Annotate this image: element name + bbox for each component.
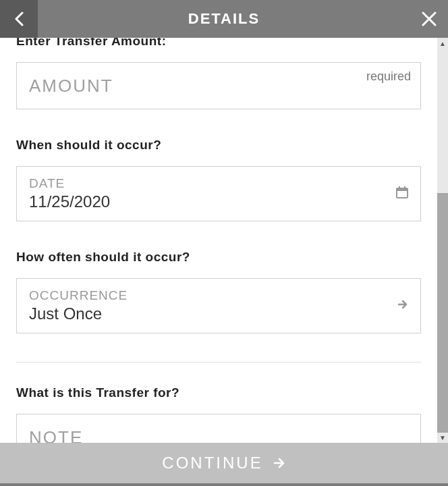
scroll-up-arrow[interactable]: ▲: [437, 38, 448, 49]
continue-label: CONTINUE: [162, 454, 262, 473]
chevron-left-icon: [14, 11, 24, 26]
scroll-down-arrow[interactable]: ▼: [437, 432, 448, 443]
required-label: required: [366, 70, 411, 84]
calendar-icon: [396, 186, 408, 201]
modal-title: DETAILS: [38, 10, 410, 28]
amount-field[interactable]: required AMOUNT: [16, 62, 421, 109]
form-content: Enter Transfer Amount: required AMOUNT W…: [0, 38, 437, 443]
note-field[interactable]: NOTE: [16, 414, 421, 443]
occurrence-prompt: How often should it occur?: [16, 250, 421, 265]
scrollbar-thumb[interactable]: [437, 193, 448, 433]
close-icon: [422, 11, 437, 26]
occurrence-label: OCCURRENCE: [29, 288, 408, 303]
close-button[interactable]: [410, 0, 448, 38]
bottom-strip: [0, 483, 448, 486]
date-label: DATE: [29, 176, 408, 191]
date-field[interactable]: DATE 11/25/2020: [16, 166, 421, 221]
amount-prompt: Enter Transfer Amount:: [16, 38, 421, 49]
section-divider: [16, 362, 421, 362]
back-button[interactable]: [0, 0, 38, 38]
svg-rect-1: [397, 188, 408, 191]
amount-placeholder: AMOUNT: [29, 76, 408, 97]
occurrence-field[interactable]: OCCURRENCE Just Once: [16, 278, 421, 333]
occurrence-value: Just Once: [29, 304, 408, 323]
date-value: 11/25/2020: [29, 192, 408, 211]
date-prompt: When should it occur?: [16, 138, 421, 153]
form-scroll-area[interactable]: Enter Transfer Amount: required AMOUNT W…: [0, 38, 448, 443]
svg-rect-3: [404, 186, 405, 189]
continue-button[interactable]: CONTINUE: [0, 443, 448, 483]
modal-header: DETAILS: [0, 0, 448, 38]
scrollbar-track[interactable]: ▲ ▼: [437, 38, 448, 443]
note-prompt: What is this Transfer for?: [16, 385, 421, 400]
note-placeholder: NOTE: [29, 427, 408, 443]
arrow-right-icon: [273, 456, 286, 470]
svg-rect-2: [399, 186, 400, 189]
arrow-right-icon: [397, 299, 408, 313]
